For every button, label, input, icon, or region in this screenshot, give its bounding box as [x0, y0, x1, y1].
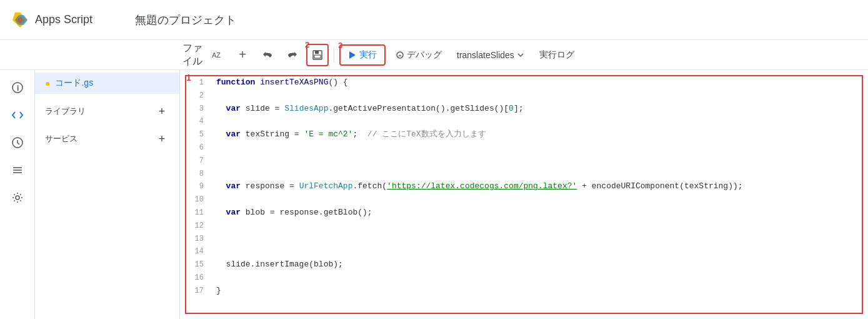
info-icon-button[interactable]: i	[5, 75, 30, 100]
line-code: function insertTeXAsPNG() {	[211, 76, 862, 89]
line-code	[211, 154, 862, 168]
file-menu-button[interactable]: ファイル	[181, 44, 204, 66]
code-icon	[11, 109, 24, 121]
app-title: Apps Script	[35, 13, 92, 26]
line-num: 5	[186, 128, 211, 141]
line-code	[211, 89, 862, 103]
annotation-2: 2	[305, 40, 309, 49]
toolbar: ファイル AZ + 2 実行 3	[0, 40, 868, 70]
clock-icon-button[interactable]	[5, 130, 30, 155]
line-code: var slide = SlidesApp.getActivePresentat…	[211, 103, 862, 116]
run-label: 実行	[359, 49, 377, 61]
add-library-button[interactable]: +	[154, 104, 169, 119]
add-service-button[interactable]: +	[154, 131, 169, 146]
line-num: 6	[186, 141, 211, 154]
file-icon: ●	[45, 78, 50, 88]
execution-log-button[interactable]: 実行ログ	[532, 46, 582, 64]
line-code	[211, 193, 862, 206]
table-row: 3 var slide = SlidesApp.getActivePresent…	[186, 103, 862, 116]
project-title: 無題のプロジェクト	[135, 13, 236, 28]
code-file-item[interactable]: ● コード.gs	[35, 73, 179, 94]
line-num: 4	[186, 115, 211, 128]
code-editor[interactable]: 1 function insertTeXAsPNG() { 2 3 var sl…	[185, 75, 863, 314]
line-num: 9	[186, 180, 211, 193]
settings-icon-button[interactable]	[5, 185, 30, 210]
function-selector[interactable]: translateSlides	[452, 46, 529, 64]
line-num: 8	[186, 168, 211, 181]
line-code	[211, 141, 862, 154]
line-code	[211, 271, 862, 285]
line-num: 15	[186, 258, 211, 271]
sort-button[interactable]: AZ	[206, 44, 229, 66]
undo-button[interactable]	[256, 44, 279, 66]
sidebar-icons: i	[0, 70, 35, 319]
run-button[interactable]: 実行 3	[339, 44, 386, 66]
svg-point-14	[16, 196, 19, 200]
run-icon	[348, 51, 357, 59]
table-row: 2	[186, 89, 862, 103]
line-num: 13	[186, 233, 211, 246]
line-num: 14	[186, 245, 211, 258]
table-row: 4	[186, 115, 862, 128]
line-code: var texString = 'E = mc^2'; // ここにTeX数式を…	[211, 128, 862, 141]
svg-marker-6	[349, 51, 356, 59]
line-code	[211, 220, 862, 233]
table-row: 5 var texString = 'E = mc^2'; // ここにTeX数…	[186, 128, 862, 141]
code-area: 1 1 function insertTeXAsPNG() { 2 3 var …	[180, 70, 868, 319]
table-row: 15 slide.insertImage(blob);	[186, 258, 862, 271]
library-label: ライブラリ	[45, 106, 86, 117]
table-row: 11 var blob = response.getBlob();	[186, 206, 862, 220]
save-icon	[312, 49, 323, 61]
line-num: 11	[186, 206, 211, 220]
library-section-header: ライブラリ +	[35, 96, 179, 124]
line-code	[211, 233, 862, 246]
table-row: 1 function insertTeXAsPNG() {	[186, 76, 862, 89]
sort-icon: AZ	[211, 49, 224, 61]
line-code: var response = UrlFetchApp.fetch('https:…	[211, 180, 862, 193]
line-num: 10	[186, 193, 211, 206]
clock-icon	[11, 136, 24, 149]
redo-icon	[287, 49, 298, 61]
table-row: 7	[186, 154, 862, 168]
code-icon-button[interactable]	[5, 103, 30, 128]
line-code: }	[211, 285, 862, 298]
undo-icon	[262, 49, 273, 61]
main-layout: i	[0, 70, 868, 319]
list-icon	[11, 164, 24, 176]
debug-button[interactable]: デバッグ	[388, 46, 449, 64]
list-icon-button[interactable]	[5, 158, 30, 183]
line-code: slide.insertImage(blob);	[211, 258, 862, 271]
table-row: 16	[186, 271, 862, 285]
logo-area: Apps Script	[10, 10, 122, 30]
line-code	[211, 245, 862, 258]
annotation-3: 3	[338, 41, 342, 50]
code-table: 1 function insertTeXAsPNG() { 2 3 var sl…	[186, 76, 862, 298]
service-section-header: サービス +	[35, 124, 179, 151]
table-row: 8	[186, 168, 862, 181]
table-row: 6	[186, 141, 862, 154]
table-row: 10	[186, 193, 862, 206]
line-num: 12	[186, 220, 211, 233]
line-num: 17	[186, 285, 211, 298]
add-file-button[interactable]: +	[231, 44, 254, 66]
settings-icon	[11, 191, 24, 204]
header: Apps Script 無題のプロジェクト	[0, 0, 868, 40]
log-label: 実行ログ	[539, 49, 574, 59]
line-code	[211, 168, 862, 181]
service-label: サービス	[45, 133, 77, 144]
line-num: 2	[186, 89, 211, 103]
save-button[interactable]: 2	[306, 44, 329, 66]
apps-script-logo	[10, 10, 30, 30]
debug-label: デバッグ	[407, 49, 442, 61]
svg-text:AZ: AZ	[212, 51, 221, 59]
info-icon: i	[11, 81, 24, 94]
debug-icon	[396, 51, 404, 59]
svg-rect-5	[314, 55, 321, 58]
function-name: translateSlides	[457, 50, 514, 60]
redo-button[interactable]	[281, 44, 304, 66]
line-code: var blob = response.getBlob();	[211, 206, 862, 220]
sidebar-panel: ● コード.gs ライブラリ + サービス +	[35, 70, 180, 319]
file-name: コード.gs	[55, 78, 169, 89]
table-row: 13	[186, 233, 862, 246]
file-label: ファイル	[181, 42, 204, 68]
